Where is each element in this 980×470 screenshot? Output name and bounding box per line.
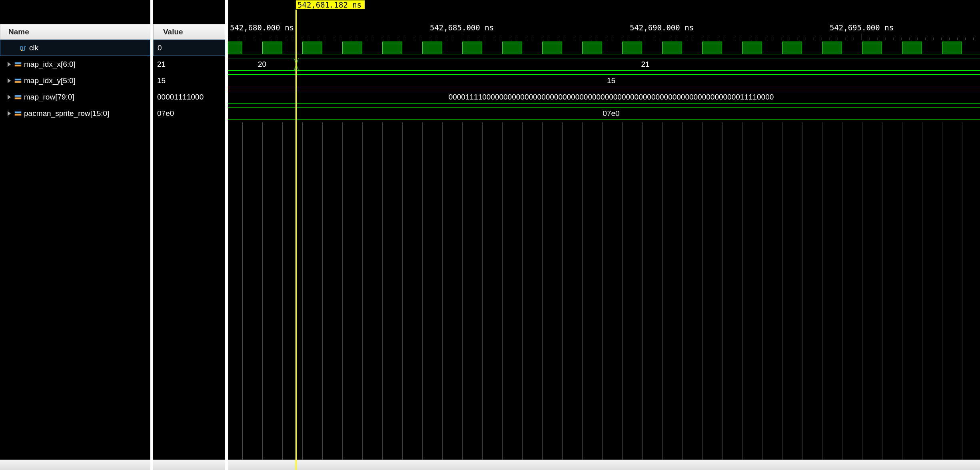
grid-line: [822, 122, 822, 460]
clk-high-segment: [742, 42, 762, 54]
clk-high-segment: [302, 42, 322, 54]
grid-line: [322, 122, 323, 460]
expand-arrow-icon[interactable]: [6, 78, 12, 84]
name-column-header[interactable]: Name: [0, 24, 150, 40]
clk-high-segment: [822, 42, 842, 54]
grid-line: [362, 122, 363, 460]
signal-value-pacmanspriterow150[interactable]: 07e0: [153, 105, 225, 121]
clk-low-segment: [602, 42, 622, 54]
signal-value-mapidxy50[interactable]: 15: [153, 72, 225, 89]
signal-value-maprow790[interactable]: 00001111000: [153, 89, 225, 105]
ruler-time-label: 542,680.000 ns: [230, 23, 294, 32]
clk-low-segment: [802, 42, 822, 54]
grid-line: [682, 122, 683, 460]
grid-line: [962, 122, 962, 460]
grid-line: [582, 122, 583, 460]
signal-name-maprow790[interactable]: map_row[79:0]: [0, 89, 150, 105]
waveform-panel[interactable]: 542,681.182 ns 542,680.000 ns542,685.000…: [228, 0, 980, 470]
grid-line: [542, 122, 543, 460]
waveform-row-pacman[interactable]: 07e0: [228, 106, 980, 122]
ruler-time-label: 542,695.000 ns: [830, 23, 894, 32]
clk-high-segment: [862, 42, 882, 54]
clk-high-segment: [662, 42, 682, 54]
grid-line: [422, 122, 423, 460]
signal-label: clk: [29, 44, 38, 52]
clk-low-segment: [642, 42, 662, 54]
signal-value-mapidxx60[interactable]: 21: [153, 56, 225, 72]
waveform-row-clk[interactable]: [228, 40, 980, 56]
signal-name-pacmanspriterow150[interactable]: pacman_sprite_row[15:0]: [0, 105, 150, 121]
grid-line: [882, 122, 882, 460]
clk-low-segment: [962, 42, 980, 54]
svg-rect-4: [15, 81, 21, 83]
clk-low-segment: [522, 42, 542, 54]
clk-low-segment: [362, 42, 382, 54]
clock-signal-icon: [20, 44, 27, 52]
grid-line: [782, 122, 782, 460]
clk-low-segment: [562, 42, 582, 54]
grid-line: [942, 122, 942, 460]
name-panel: Name clkmap_idx_x[6:0]map_idx_y[5:0]map_…: [0, 0, 153, 470]
bus-signal-icon: [14, 77, 22, 84]
grid-line: [302, 122, 303, 460]
clk-low-segment: [482, 42, 502, 54]
grid-line: [642, 122, 643, 460]
svg-rect-3: [15, 79, 21, 80]
clk-high-segment: [462, 42, 482, 54]
time-ruler[interactable]: 542,680.000 ns542,685.000 ns542,690.000 …: [228, 23, 980, 40]
value-panel: Value 021150000111100007e0: [153, 0, 228, 470]
grid-line: [742, 122, 742, 460]
bus-segment: 0000111100000000000000000000000000000000…: [228, 91, 980, 104]
grid-line: [802, 122, 802, 460]
grid-line: [722, 122, 723, 460]
signal-name-mapidxx60[interactable]: map_idx_x[6:0]: [0, 56, 150, 72]
signal-value-clk[interactable]: 0: [153, 40, 225, 56]
svg-rect-1: [15, 62, 21, 64]
ruler-time-label: 542,685.000 ns: [430, 23, 494, 32]
svg-rect-7: [15, 112, 21, 113]
grid-line: [502, 122, 503, 460]
svg-rect-5: [15, 95, 21, 97]
signal-name-clk[interactable]: clk: [0, 40, 150, 56]
bus-segment: 15: [228, 74, 980, 87]
svg-point-0: [21, 50, 22, 51]
bus-segment: 20: [228, 58, 296, 71]
cursor-time-label[interactable]: 542,681.182 ns: [295, 0, 365, 10]
clk-low-segment: [922, 42, 942, 54]
ruler-time-label: 542,690.000 ns: [630, 23, 694, 32]
grid-line: [262, 122, 263, 460]
signal-label: map_idx_y[5:0]: [24, 76, 76, 85]
name-panel-scrollbar[interactable]: [0, 460, 150, 470]
signal-name-mapidxy50[interactable]: map_idx_y[5:0]: [0, 72, 150, 89]
grid-line: [462, 122, 463, 460]
waveform-row-maprow[interactable]: 0000111100000000000000000000000000000000…: [228, 89, 980, 106]
waveform-row-mapidxy[interactable]: 15: [228, 73, 980, 89]
clk-low-segment: [402, 42, 422, 54]
clk-low-segment: [842, 42, 862, 54]
waveform-scrollbar[interactable]: [228, 460, 980, 470]
grid-line: [762, 122, 762, 460]
clk-high-segment: [342, 42, 362, 54]
clk-low-segment: [442, 42, 462, 54]
grid-line: [402, 122, 403, 460]
expand-arrow-icon[interactable]: [6, 111, 12, 116]
value-panel-scrollbar[interactable]: [153, 460, 225, 470]
value-column-header[interactable]: Value: [153, 24, 225, 40]
expand-arrow-icon[interactable]: [6, 94, 12, 100]
grid-line: [562, 122, 563, 460]
grid-line: [622, 122, 623, 460]
waveform-row-mapidxx[interactable]: 2021: [228, 56, 980, 73]
cursor-line[interactable]: [295, 0, 297, 470]
clk-high-segment: [622, 42, 642, 54]
clk-high-segment: [502, 42, 522, 54]
clk-high-segment: [942, 42, 962, 54]
clk-low-segment: [242, 42, 262, 54]
clk-low-segment: [282, 42, 302, 54]
clk-high-segment: [702, 42, 722, 54]
clk-low-segment: [322, 42, 342, 54]
grid-line: [482, 122, 483, 460]
svg-rect-6: [15, 98, 21, 99]
bus-segment: 07e0: [228, 107, 980, 120]
expand-arrow-icon[interactable]: [6, 62, 12, 67]
grid-line: [382, 122, 383, 460]
